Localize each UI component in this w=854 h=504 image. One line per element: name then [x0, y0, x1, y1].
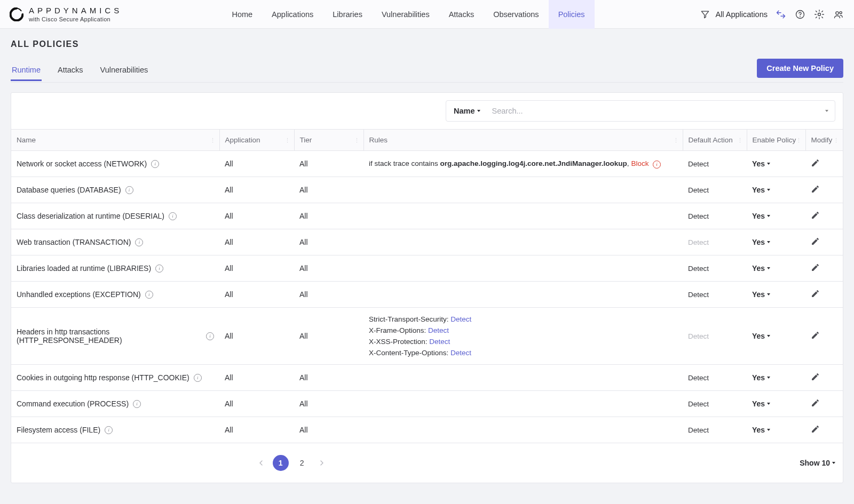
column-grip-icon[interactable]: ⋮ [737, 139, 744, 141]
column-header[interactable]: Tier⋮ [294, 130, 363, 151]
compare-icon[interactable] [775, 9, 787, 20]
edit-policy-button[interactable] [811, 211, 820, 220]
help-icon[interactable] [794, 9, 806, 20]
pagination-page[interactable]: 1 [273, 455, 289, 471]
edit-policy-button[interactable] [811, 372, 820, 381]
tab-attacks[interactable]: Attacks [57, 60, 84, 81]
info-icon[interactable]: i [135, 238, 143, 246]
pagination-page[interactable]: 2 [294, 455, 310, 471]
column-header[interactable]: Modify⋮ [805, 130, 843, 151]
nav-item-observations[interactable]: Observations [484, 0, 548, 29]
table-row: Command execution (PROCESS)iAllAllDetect… [11, 391, 843, 417]
pagination-next[interactable] [315, 459, 328, 467]
column-grip-icon[interactable]: ⋮ [354, 139, 360, 141]
create-policy-button[interactable]: Create New Policy [757, 59, 843, 78]
search-box: Name [446, 100, 835, 122]
caret-down-icon [767, 377, 770, 379]
enable-policy-toggle[interactable]: Yes [752, 426, 800, 434]
enable-policy-toggle[interactable]: Yes [752, 159, 800, 168]
policy-name: Unhandled exceptions (EXCEPTION) [17, 290, 141, 299]
policy-name: Libraries loaded at runtime (LIBRARIES) [17, 264, 151, 273]
enable-policy-toggle[interactable]: Yes [752, 238, 800, 246]
info-icon[interactable]: i [169, 212, 177, 220]
pagination-prev[interactable] [255, 459, 267, 467]
gear-icon[interactable] [813, 9, 825, 20]
rule-action-link[interactable]: Detect [429, 338, 450, 346]
app-scope-selector[interactable]: All Applications [699, 9, 768, 20]
enable-policy-toggle[interactable]: Yes [752, 399, 800, 408]
rule-action-link[interactable]: Detect [428, 326, 449, 334]
filter-icon [699, 9, 711, 20]
info-icon[interactable]: i [105, 426, 113, 434]
rule-action-link[interactable]: Detect [450, 349, 471, 357]
column-grip-icon[interactable]: ⋮ [796, 139, 802, 141]
search-expand-caret[interactable] [819, 110, 835, 112]
column-grip-icon[interactable]: ⋮ [284, 139, 291, 141]
caret-down-icon [767, 241, 770, 243]
policy-application: All [219, 308, 294, 365]
edit-policy-button[interactable] [811, 425, 820, 434]
column-grip-icon[interactable]: ⋮ [833, 139, 840, 141]
column-header[interactable]: Application⋮ [219, 130, 294, 151]
column-header[interactable]: Name⋮ [11, 130, 219, 151]
info-icon[interactable]: i [151, 160, 159, 168]
column-grip-icon[interactable]: ⋮ [673, 139, 679, 141]
default-action: Detect [688, 400, 709, 408]
edit-policy-button[interactable] [811, 398, 820, 407]
info-icon[interactable]: i [125, 186, 133, 194]
brand-logo-icon [10, 7, 23, 21]
nav-item-policies[interactable]: Policies [549, 0, 595, 29]
policy-name: Web transaction (TRANSACTION) [17, 238, 131, 246]
caret-down-icon [767, 429, 770, 431]
enable-policy-toggle[interactable]: Yes [752, 212, 800, 220]
default-action: Detect [688, 265, 709, 273]
edit-policy-button[interactable] [811, 331, 820, 340]
column-grip-icon[interactable]: ⋮ [210, 139, 216, 141]
info-icon[interactable]: i [133, 400, 141, 408]
default-action: Detect [688, 291, 709, 299]
page-size-label: Show 10 [800, 459, 830, 467]
edit-policy-button[interactable] [811, 237, 820, 246]
column-header[interactable]: Default Action⋮ [683, 130, 747, 151]
edit-policy-button[interactable] [811, 158, 820, 167]
policy-name: Filesystem access (FILE) [17, 426, 100, 434]
nav-item-vulnerabilities[interactable]: Vulnerabilities [372, 0, 439, 29]
policy-name: Database queries (DATABASE) [17, 186, 121, 194]
column-header[interactable]: Rules⋮ [363, 130, 683, 151]
policy-name: Command execution (PROCESS) [17, 399, 129, 408]
edit-policy-button[interactable] [811, 289, 820, 298]
page-size-selector[interactable]: Show 10 [800, 459, 835, 467]
info-icon[interactable]: i [155, 265, 163, 273]
edit-policy-button[interactable] [811, 185, 820, 194]
caret-down-icon [825, 110, 828, 112]
brand-title: APPDYNAMICS [29, 6, 122, 14]
info-icon[interactable]: i [194, 374, 202, 382]
tab-vulnerabilities[interactable]: Vulnerabilities [99, 60, 149, 81]
enable-policy-toggle[interactable]: Yes [752, 186, 800, 194]
nav-item-libraries[interactable]: Libraries [323, 0, 372, 29]
enable-policy-toggle[interactable]: Yes [752, 290, 800, 299]
users-icon[interactable] [833, 9, 844, 20]
search-field-selector[interactable]: Name [446, 107, 488, 115]
info-icon[interactable]: i [145, 291, 153, 299]
policy-application: All [219, 151, 294, 177]
nav-item-applications[interactable]: Applications [262, 0, 323, 29]
search-input[interactable] [488, 101, 819, 121]
caret-down-icon [767, 403, 770, 405]
policy-rules [363, 391, 683, 417]
policy-application: All [219, 177, 294, 203]
tab-runtime[interactable]: Runtime [11, 60, 42, 81]
column-header[interactable]: Enable Policy⋮ [747, 130, 805, 151]
edit-policy-button[interactable] [811, 263, 820, 272]
info-icon[interactable]: i [206, 332, 214, 340]
warning-icon[interactable]: i [653, 161, 661, 169]
enable-policy-toggle[interactable]: Yes [752, 264, 800, 273]
nav-item-home[interactable]: Home [222, 0, 262, 29]
nav-item-attacks[interactable]: Attacks [439, 0, 484, 29]
policy-tier: All [294, 229, 363, 255]
enable-policy-toggle[interactable]: Yes [752, 373, 800, 382]
rule-action-link[interactable]: Detect [450, 315, 471, 323]
enable-policy-toggle[interactable]: Yes [752, 332, 800, 340]
default-action: Detect [688, 160, 709, 168]
policy-name: Class deserialization at runtime (DESERI… [17, 212, 164, 220]
